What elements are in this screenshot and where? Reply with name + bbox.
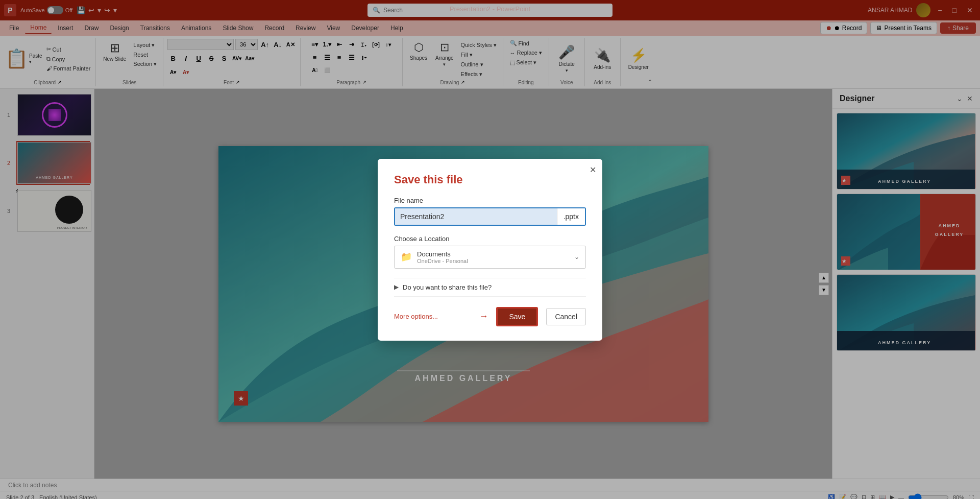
location-select[interactable]: 📁 Documents OneDrive - Personal ⌄: [394, 246, 586, 269]
filename-input[interactable]: [395, 208, 557, 225]
save-dialog: ✕ Save this file File name .pptx Choose …: [378, 159, 602, 341]
filename-row: .pptx: [394, 207, 586, 226]
modal-overlay: ✕ Save this file File name .pptx Choose …: [0, 0, 980, 499]
location-text: Documents OneDrive - Personal: [417, 250, 569, 264]
location-sub: OneDrive - Personal: [417, 258, 569, 264]
more-options-link[interactable]: More options...: [394, 313, 438, 320]
modal-title: Save this file: [394, 173, 586, 186]
modal-arrow-icon: →: [479, 311, 488, 322]
cancel-button[interactable]: Cancel: [546, 308, 586, 325]
location-folder-icon: 📁: [401, 251, 412, 263]
location-label: Choose a Location: [394, 235, 586, 243]
location-chevron-icon: ⌄: [574, 253, 579, 260]
filename-label: File name: [394, 197, 586, 204]
modal-actions: More options... → Save Cancel: [394, 307, 586, 326]
share-expand-icon: ▶: [394, 283, 399, 291]
save-button[interactable]: Save: [496, 307, 538, 326]
location-name: Documents: [417, 250, 569, 258]
file-extension: .pptx: [557, 208, 585, 225]
share-row[interactable]: ▶ Do you want to share this file?: [394, 278, 586, 297]
share-text: Do you want to share this file?: [403, 283, 492, 291]
modal-close-button[interactable]: ✕: [590, 165, 596, 175]
